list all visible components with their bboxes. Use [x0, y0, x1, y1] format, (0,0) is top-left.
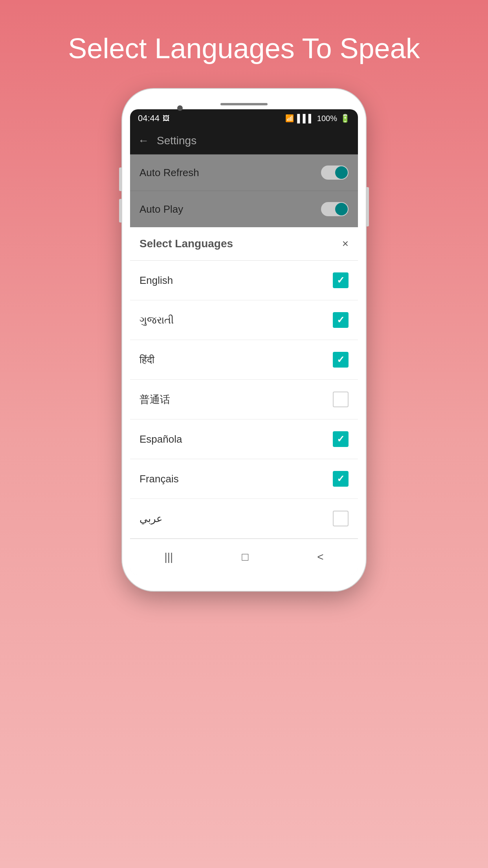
phone-bottom — [130, 575, 358, 583]
phone-top-bar — [130, 97, 358, 109]
language-name-english: English — [139, 274, 173, 287]
auto-play-toggle[interactable] — [321, 202, 349, 216]
auto-play-label: Auto Play — [139, 203, 183, 215]
phone-shell: 04:44 🖼 📶 ▌▌▌ 100% 🔋 ← Settings Auto Ref… — [122, 89, 366, 591]
close-button[interactable]: × — [342, 237, 349, 250]
auto-refresh-toggle[interactable] — [321, 166, 349, 180]
language-item-hindi[interactable]: हिंदी — [130, 340, 358, 380]
checkbox-francais[interactable] — [333, 471, 349, 487]
language-modal: Select Languages × English ગુજરાતી हिंदी — [130, 227, 358, 539]
checkbox-mandarin[interactable] — [333, 392, 349, 407]
back-nav-button[interactable]: < — [305, 547, 335, 567]
language-item-english[interactable]: English — [130, 261, 358, 300]
status-left: 04:44 🖼 — [138, 113, 170, 123]
language-item-espanola[interactable]: Española — [130, 419, 358, 459]
app-bar-title: Settings — [157, 134, 196, 147]
checkbox-hindi[interactable] — [333, 352, 349, 368]
page-title-text: Select Languages To Speak — [37, 31, 451, 65]
menu-button[interactable]: ||| — [152, 547, 185, 567]
language-name-gujarati: ગુજરાતી — [139, 314, 174, 326]
nav-bar: ||| □ < — [130, 539, 358, 575]
language-list: English ગુજરાતી हिंदी 普通话 Española — [130, 261, 358, 539]
time-display: 04:44 — [138, 113, 160, 123]
home-button[interactable]: □ — [230, 547, 260, 567]
language-item-francais[interactable]: Français — [130, 459, 358, 499]
volume-down-button — [119, 199, 121, 223]
status-bar: 04:44 🖼 📶 ▌▌▌ 100% 🔋 — [130, 109, 358, 127]
modal-header: Select Languages × — [130, 227, 358, 261]
language-item-arabic[interactable]: عربي — [130, 499, 358, 539]
phone-screen: 04:44 🖼 📶 ▌▌▌ 100% 🔋 ← Settings Auto Ref… — [130, 109, 358, 575]
back-button[interactable]: ← — [138, 134, 149, 147]
app-bar: ← Settings — [130, 127, 358, 154]
language-name-arabic: عربي — [139, 513, 163, 525]
language-item-mandarin[interactable]: 普通话 — [130, 380, 358, 419]
speaker-grille — [220, 103, 268, 105]
auto-play-knob — [335, 203, 348, 215]
language-item-gujarati[interactable]: ગુજરાતી — [130, 300, 358, 340]
language-name-espanola: Española — [139, 433, 182, 445]
language-name-francais: Français — [139, 473, 179, 485]
modal-title: Select Languages — [139, 237, 233, 250]
wifi-icon: 📶 — [285, 114, 294, 123]
checkbox-gujarati[interactable] — [333, 312, 349, 328]
auto-play-item[interactable]: Auto Play — [130, 191, 358, 227]
checkbox-espanola[interactable] — [333, 431, 349, 447]
language-name-hindi: हिंदी — [139, 354, 154, 366]
power-button — [367, 187, 369, 226]
status-right: 📶 ▌▌▌ 100% 🔋 — [285, 114, 350, 123]
signal-icon: ▌▌▌ — [297, 114, 314, 123]
photo-icon: 🖼 — [163, 114, 170, 123]
auto-refresh-item[interactable]: Auto Refresh — [130, 154, 358, 191]
auto-refresh-label: Auto Refresh — [139, 167, 199, 179]
checkbox-english[interactable] — [333, 272, 349, 288]
auto-refresh-knob — [335, 166, 348, 179]
battery-label: 100% — [317, 114, 337, 123]
settings-section: Auto Refresh Auto Play — [130, 154, 358, 227]
checkbox-arabic[interactable] — [333, 511, 349, 526]
volume-up-button — [119, 167, 121, 191]
language-name-mandarin: 普通话 — [139, 393, 170, 406]
battery-icon: 🔋 — [340, 114, 350, 123]
